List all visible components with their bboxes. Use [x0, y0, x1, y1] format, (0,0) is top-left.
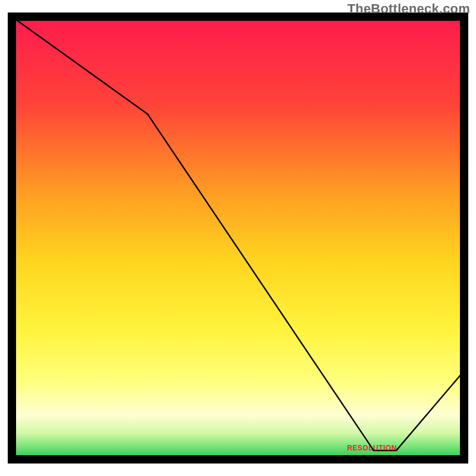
optimum-annotation: RESOLUTION: [347, 444, 397, 452]
plot-background: [12, 17, 464, 459]
watermark-label: TheBottleneck.com: [347, 1, 470, 17]
chart-svg: [0, 0, 476, 476]
chart-stage: TheBottleneck.com: [0, 0, 476, 476]
